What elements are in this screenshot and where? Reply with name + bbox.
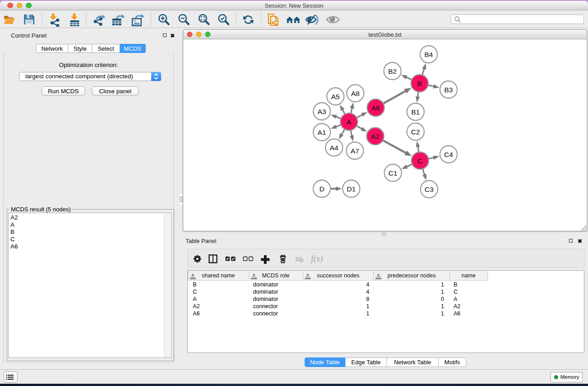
svg-text:B1: B1 — [411, 108, 420, 116]
svg-text:A4: A4 — [330, 144, 339, 152]
svg-text:C1: C1 — [388, 169, 397, 177]
svg-text:A1: A1 — [318, 129, 326, 136]
svg-text:B2: B2 — [388, 67, 397, 75]
svg-text:B4: B4 — [425, 51, 433, 58]
svg-text:A2: A2 — [371, 133, 380, 140]
svg-text:C2: C2 — [411, 128, 420, 136]
svg-text:A6: A6 — [372, 104, 380, 112]
svg-text:A: A — [347, 118, 352, 126]
svg-text:A8: A8 — [351, 90, 360, 97]
svg-text:D: D — [319, 185, 324, 193]
svg-text:D1: D1 — [347, 185, 356, 193]
svg-text:f(x): f(x) — [311, 254, 323, 264]
svg-text:C3: C3 — [425, 186, 434, 193]
svg-text:B3: B3 — [445, 86, 453, 94]
svg-text:C: C — [417, 157, 422, 165]
svg-text:A3: A3 — [318, 108, 326, 115]
svg-text:B: B — [417, 80, 422, 87]
svg-text:A7: A7 — [351, 147, 359, 155]
svg-text:A5: A5 — [331, 93, 340, 100]
svg-text:C4: C4 — [444, 151, 453, 158]
